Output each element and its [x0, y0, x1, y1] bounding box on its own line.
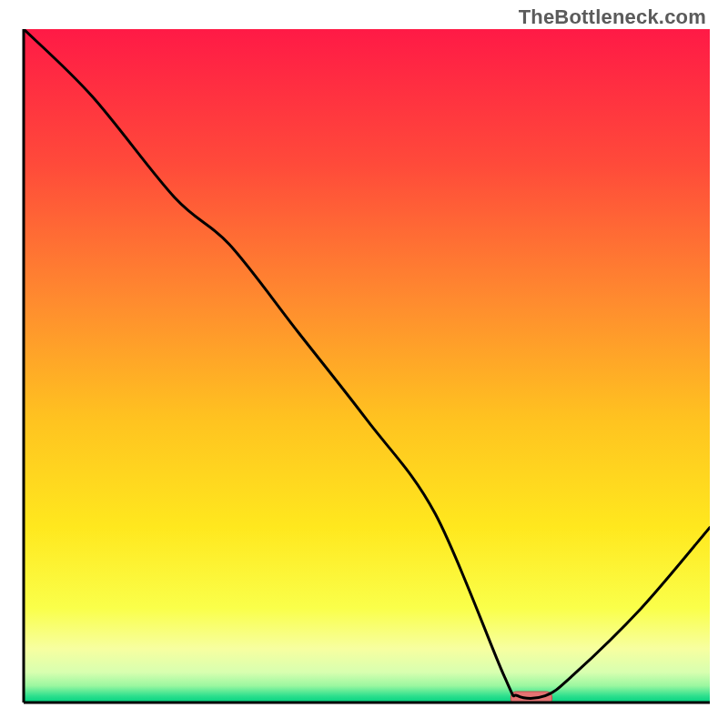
plot-background [24, 29, 710, 703]
chart-root: TheBottleneck.com [0, 0, 728, 728]
bottleneck-chart [0, 0, 728, 728]
